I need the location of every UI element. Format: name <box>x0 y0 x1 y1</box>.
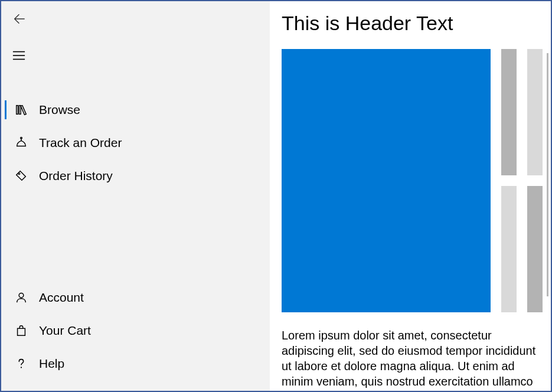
side-block-row-2 <box>501 186 543 312</box>
hamburger-button[interactable] <box>5 41 33 70</box>
sidebar-item-order-history[interactable]: Order History <box>1 159 270 192</box>
page-title: This is Header Text <box>282 12 543 35</box>
back-arrow-icon <box>11 11 27 27</box>
sidebar: Browse Track an Order Order History Acco… <box>1 1 270 391</box>
question-icon <box>13 355 30 372</box>
sidebar-item-label: Order History <box>39 169 113 183</box>
svg-point-8 <box>19 293 24 298</box>
hero-block <box>282 49 491 312</box>
svg-rect-9 <box>18 328 25 335</box>
sidebar-item-label: Track an Order <box>39 136 122 150</box>
content-row <box>282 49 543 312</box>
scrollbar[interactable] <box>547 53 548 296</box>
tags-icon <box>13 168 30 184</box>
person-icon <box>13 289 30 306</box>
svg-rect-3 <box>17 106 18 115</box>
svg-point-7 <box>18 173 20 175</box>
main-content: This is Header Text Lorem ipsum dolor si… <box>270 1 551 391</box>
svg-point-10 <box>21 367 22 368</box>
sidebar-item-label: Account <box>39 290 84 305</box>
sidebar-item-browse[interactable]: Browse <box>1 93 270 126</box>
back-button[interactable] <box>5 5 33 33</box>
body-text: Lorem ipsum dolor sit amet, consectetur … <box>282 328 543 389</box>
sidebar-item-label: Help <box>39 357 64 371</box>
lightgray-block <box>527 49 543 175</box>
sidebar-item-track-order[interactable]: Track an Order <box>1 126 270 159</box>
sidebar-item-account[interactable]: Account <box>1 281 270 314</box>
sidebar-item-help[interactable]: Help <box>1 347 270 380</box>
nav-top-group: Browse Track an Order Order History <box>1 93 270 192</box>
gray-block <box>501 49 517 175</box>
svg-rect-4 <box>19 106 21 115</box>
lightgray-block <box>501 186 517 312</box>
library-icon <box>13 102 30 118</box>
package-icon <box>13 135 30 151</box>
sidebar-item-label: Your Cart <box>39 324 91 338</box>
gray-block <box>527 186 543 312</box>
hamburger-icon <box>11 47 27 64</box>
sidebar-item-label: Browse <box>39 103 80 117</box>
side-blocks <box>501 49 543 312</box>
sidebar-item-your-cart[interactable]: Your Cart <box>1 314 270 347</box>
nav-bottom-group: Account Your Cart Help <box>1 281 270 391</box>
bag-icon <box>13 322 30 339</box>
side-block-row-1 <box>501 49 543 175</box>
